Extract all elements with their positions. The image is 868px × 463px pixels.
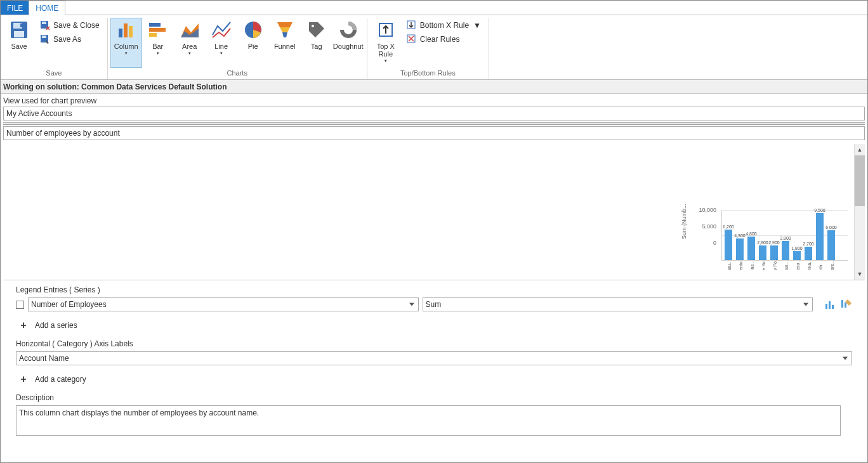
save-close-button[interactable]: Save & Close (36, 19, 103, 32)
add-category-label: Add a category (35, 375, 86, 384)
chart-bar: 6,200atu... (724, 213, 733, 260)
line-chart-icon (211, 20, 232, 40)
save-icon (9, 20, 29, 40)
legend-series-panel: Legend Entries ( Series ) Number of Empl… (1, 280, 867, 441)
add-category-link[interactable]: + Add a category (16, 374, 852, 384)
working-on-solution: Working on solution: Common Data Service… (1, 80, 867, 94)
svg-marker-17 (282, 32, 287, 37)
svg-rect-23 (829, 301, 831, 309)
svg-rect-11 (149, 23, 161, 27)
chart-bar-button[interactable]: Bar ▼ (142, 18, 174, 68)
add-series-label: Add a series (35, 321, 77, 330)
svg-point-18 (312, 25, 314, 27)
description-textarea[interactable]: This column chart displays the number of… (16, 405, 841, 436)
chart-y-ticks: 10,000 5,000 0 (699, 207, 716, 246)
svg-rect-9 (124, 23, 128, 37)
pie-chart-icon (243, 20, 263, 40)
chart-bar: 3,900Wi... (781, 213, 790, 260)
series-chart-type-icon[interactable] (824, 299, 836, 310)
plus-icon: + (18, 320, 29, 330)
series-field-select[interactable]: Number of Employees (28, 297, 419, 311)
group-top-bottom-label: Top/Bottom Rules (370, 68, 486, 79)
chart-bar: 2,900v Po... (770, 213, 779, 260)
tab-file[interactable]: FILE (1, 1, 29, 15)
top-x-rule-button[interactable]: Top X Rule ▼ (370, 18, 402, 68)
svg-rect-10 (129, 26, 133, 37)
svg-rect-2 (14, 31, 24, 37)
series-checkbox[interactable] (16, 301, 24, 309)
chart-bar: 4,800ine ... (747, 213, 756, 260)
view-used-label: View used for chart preview (1, 94, 867, 107)
svg-marker-16 (280, 27, 290, 32)
scroll-up-icon[interactable]: ▲ (855, 144, 865, 155)
tab-home[interactable]: HOME (29, 1, 65, 15)
series-edit-icon[interactable] (841, 299, 852, 310)
area-chart-icon (180, 20, 200, 40)
chart-tag-button[interactable]: Tag (301, 18, 332, 68)
save-close-icon (40, 20, 50, 30)
chevron-down-icon: ▼ (220, 51, 223, 55)
chart-preview: Sum (Numb... 10,000 5,000 0 6,200atu...4… (681, 144, 854, 280)
save-close-label: Save & Close (53, 21, 100, 30)
group-save: Save Save & Close Save As Save (1, 18, 108, 79)
bottom-x-rule-icon (407, 20, 417, 30)
chevron-down-icon: ▼ (188, 51, 192, 55)
separator (3, 122, 865, 125)
chart-preview-panel: Sum (Numb... 10,000 5,000 0 6,200atu...4… (3, 144, 865, 280)
svg-rect-25 (841, 300, 843, 308)
chart-bar: 9,500rth ... (815, 213, 824, 260)
chart-bar: 4,300entu... (735, 213, 744, 260)
svg-rect-12 (149, 28, 166, 32)
doughnut-chart-icon (338, 20, 358, 40)
save-as-button[interactable]: Save As (36, 33, 103, 46)
funnel-chart-icon (275, 20, 295, 40)
ribbon: Save Save & Close Save As Save (1, 15, 867, 80)
save-button[interactable]: Save (3, 18, 35, 68)
svg-rect-8 (119, 29, 122, 37)
group-charts-label: Charts (110, 68, 364, 79)
svg-rect-13 (149, 33, 157, 37)
category-field-select[interactable]: Account Name (16, 351, 852, 365)
chart-plot-area: 6,200atu...4,300entu...4,800ine ...2,900… (721, 210, 848, 261)
clear-rules-button[interactable]: Clear Rules (403, 33, 485, 46)
svg-rect-7 (42, 36, 46, 38)
group-save-label: Save (3, 68, 105, 79)
view-select[interactable]: My Active Accounts (3, 107, 865, 121)
group-charts: Column ▼ Bar ▼ Area ▼ L (108, 18, 367, 79)
column-chart-icon (116, 20, 136, 40)
series-aggregate-select[interactable]: Sum (423, 297, 813, 311)
chevron-down-icon: ▼ (124, 51, 128, 55)
chart-bar: 2,700rika... (804, 213, 813, 260)
chart-name-input[interactable]: Number of employees by account (3, 126, 865, 140)
chart-bar: 6,000are... (827, 213, 836, 260)
svg-rect-3 (20, 23, 23, 27)
add-series-link[interactable]: + Add a series (16, 320, 852, 330)
top-x-rule-icon (376, 20, 396, 40)
ribbon-tabs: FILE HOME (1, 1, 867, 15)
clear-rules-icon (407, 34, 417, 44)
svg-marker-15 (277, 22, 293, 27)
svg-rect-24 (832, 305, 834, 309)
svg-rect-26 (845, 303, 846, 308)
chart-pie-button[interactable]: Pie (237, 18, 269, 68)
chart-bar: 1,800oso ... (792, 213, 801, 260)
chart-area-button[interactable]: Area ▼ (174, 18, 206, 68)
save-as-label: Save As (53, 35, 81, 44)
chart-funnel-button[interactable]: Funnel (269, 18, 301, 68)
group-top-bottom: Top X Rule ▼ Bottom X Rule ▼ Clear Rules (367, 18, 489, 79)
tag-chart-icon (306, 20, 327, 40)
chart-column-button[interactable]: Column ▼ (110, 18, 142, 68)
bottom-x-rule-label: Bottom X Rule (420, 21, 469, 30)
scroll-thumb[interactable] (855, 155, 865, 206)
clear-rules-label: Clear Rules (420, 35, 460, 44)
preview-scrollbar[interactable]: ▲ ▼ (854, 144, 865, 280)
chart-doughnut-button[interactable]: Doughnut (332, 18, 364, 68)
chevron-down-icon: ▼ (384, 59, 388, 63)
chart-bar: 2,900e Yo... (758, 213, 767, 260)
chart-y-axis-label: Sum (Numb... (681, 204, 687, 239)
scroll-down-icon[interactable]: ▼ (855, 268, 865, 280)
bottom-x-rule-button[interactable]: Bottom X Rule ▼ (403, 19, 485, 32)
legend-series-label: Legend Entries ( Series ) (16, 285, 852, 294)
plus-icon: + (18, 374, 29, 384)
chart-line-button[interactable]: Line ▼ (206, 18, 237, 68)
